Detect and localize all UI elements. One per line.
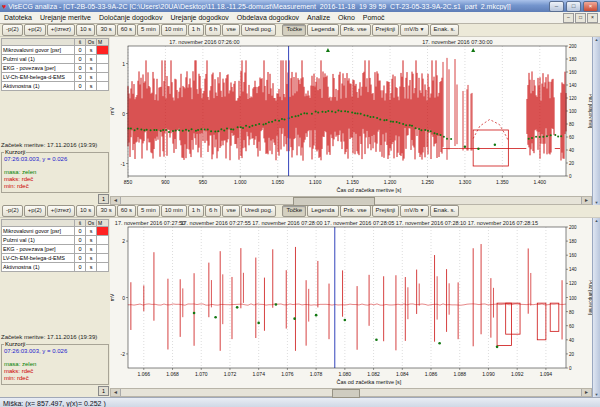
channel-row[interactable]: LV-Ch-EM-belega-d-EMS0s <box>2 73 109 82</box>
scroll-left-icon[interactable]: ◄ <box>111 389 121 396</box>
toolbar-button-enak-s-[interactable]: Enak. s. <box>430 24 460 36</box>
channel-flag-cell[interactable] <box>97 245 109 254</box>
menu-analize[interactable]: Analize <box>303 14 334 21</box>
scroll-up-icon[interactable]: ▲ <box>593 37 600 42</box>
toolbar-button-10-s[interactable]: 10 s <box>76 205 95 217</box>
toolbar-button--p-2-[interactable]: +p(2) <box>24 24 46 36</box>
svg-text:1.082: 1.082 <box>367 371 380 377</box>
v-scrollbar-bottom[interactable]: ▲ ▼ <box>592 218 600 397</box>
scroll-left-icon[interactable]: ◄ <box>111 197 121 204</box>
v-scrollbar-top[interactable]: ▲ ▼ <box>592 37 600 205</box>
scroll-down-icon[interactable]: ▼ <box>593 392 600 397</box>
channel-row[interactable]: EKG - povezava [per]0s <box>2 245 109 254</box>
toolbar-button-enak-s-[interactable]: Enak. s. <box>430 205 460 217</box>
signal-chart-bottom[interactable]: 20-2mV200180160140120100806040200Pulz [u… <box>110 218 592 388</box>
toolbar-button-mv-b[interactable]: mV/b ▼ <box>400 24 428 36</box>
menu-urejanje-meritve[interactable]: Urejanje meritve <box>36 14 95 21</box>
channel-flag-cell[interactable] <box>97 263 109 272</box>
toolbar-button-10-s[interactable]: 10 s <box>76 24 95 36</box>
toolbar-button-mv-b[interactable]: mV/b ▼ <box>400 205 428 217</box>
menu-datoteka[interactable]: Datoteka <box>0 14 36 21</box>
channel-flag-cell[interactable] <box>97 73 109 82</box>
channel-name: LV-Ch-EM-belega-d-EMS <box>2 73 75 82</box>
cursor-legend-entry: masa: zelen <box>4 361 106 368</box>
toolbar-button-1-h[interactable]: 1 h <box>188 24 204 36</box>
scroll-right-icon[interactable]: ► <box>581 197 591 204</box>
channel-flag-cell[interactable] <box>97 55 109 64</box>
toolbar-button-5-min[interactable]: 5 min <box>137 205 160 217</box>
toolbar-button--izrez-[interactable]: +(izrez) <box>47 24 75 36</box>
toolbar-button-1-h[interactable]: 1 h <box>188 205 204 217</box>
toolbar-button-60-s[interactable]: 60 s <box>117 205 136 217</box>
menu-okno[interactable]: Okno <box>334 14 359 21</box>
toolbar-button-uredi-pog-[interactable]: Uredi pog. <box>241 205 277 217</box>
h-scrollbar-top[interactable]: ◄ ► <box>110 196 592 205</box>
toolbar-button-prik-vse[interactable]: Prik. vse <box>340 24 371 36</box>
toolbar-button-vse[interactable]: vse <box>222 205 239 217</box>
toolbar-button--izrez-[interactable]: +(izrez) <box>47 205 75 217</box>
menu-pomoč[interactable]: Pomoč <box>359 14 389 21</box>
toolbar-button-6-h[interactable]: 6 h <box>205 24 221 36</box>
toolbar-button-to-ke[interactable]: Točke <box>282 24 306 36</box>
toolbar-button--p-2-[interactable]: -p(2) <box>2 205 23 217</box>
toolbar-button-legenda[interactable]: Legenda <box>307 24 338 36</box>
toolbar-button--p-2-[interactable]: -p(2) <box>2 24 23 36</box>
channel-flag-cell[interactable] <box>97 64 109 73</box>
mdi-close-button[interactable]: × <box>587 13 598 23</box>
menu-določanje-dogodkov[interactable]: Določanje dogodkov <box>95 14 166 21</box>
channel-flag-cell[interactable] <box>97 236 109 245</box>
toolbar-button-legenda[interactable]: Legenda <box>307 205 338 217</box>
scroll-up-icon[interactable]: ▲ <box>593 218 600 223</box>
channel-row[interactable]: Pulzni val (1)0s <box>2 236 109 245</box>
channel-row[interactable]: Mikrovalovni govor [psr]0s <box>2 46 109 55</box>
cursor-legend-entry: min: rdeč <box>4 183 106 190</box>
menu-urejanje-dogodkov[interactable]: Urejanje dogodkov <box>166 14 232 21</box>
channel-row[interactable]: Aktivnostna (1)0s <box>2 263 109 272</box>
mdi-restore-button[interactable]: □ <box>575 13 586 23</box>
channel-row[interactable]: LV-Ch-EM-belega-d-EMS0s <box>2 254 109 263</box>
channel-row[interactable]: Pulzni val (1)0s <box>2 55 109 64</box>
toolbar-button-60-s[interactable]: 60 s <box>117 24 136 36</box>
scroll-thumb[interactable] <box>293 197 375 206</box>
svg-text:80: 80 <box>569 310 575 315</box>
page-button[interactable]: 1 <box>98 194 109 204</box>
scroll-right-icon[interactable]: ► <box>581 389 591 396</box>
channel-row[interactable]: Aktivnostna (1)0s <box>2 82 109 91</box>
channel-name: Pulzni val (1) <box>2 55 75 64</box>
channel-flag-cell[interactable] <box>97 82 109 91</box>
channel-row[interactable]: EKG - povezava [per]0s <box>2 64 109 73</box>
toolbar-button-10-min[interactable]: 10 min <box>161 24 187 36</box>
close-button[interactable]: × <box>583 1 598 12</box>
channel-flag-cell[interactable] <box>97 46 109 55</box>
menu-obdelava-dogodkov[interactable]: Obdelava dogodkov <box>233 14 303 21</box>
channel-flag-cell[interactable] <box>97 254 109 263</box>
toolbar-button-6-h[interactable]: 6 h <box>205 205 221 217</box>
page-button[interactable]: 1 <box>98 386 109 396</box>
minimize-button[interactable]: – <box>549 1 564 12</box>
channel-value: 0 <box>75 46 86 55</box>
channel-table: šOsMMikrovalovni govor [psr]0sPulzni val… <box>1 219 109 272</box>
toolbar-button-5-min[interactable]: 5 min <box>137 24 160 36</box>
maximize-button[interactable]: □ <box>566 1 581 12</box>
toolbar-button-30-s[interactable]: 30 s <box>96 24 115 36</box>
toolbar-button-uredi-pog-[interactable]: Uredi pog. <box>241 24 277 36</box>
toolbar-button-10-min[interactable]: 10 min <box>161 205 187 217</box>
toolbar-button-vse[interactable]: vse <box>222 24 239 36</box>
svg-text:1.000: 1.000 <box>234 179 247 185</box>
scroll-thumb[interactable] <box>332 389 360 398</box>
scroll-down-icon[interactable]: ▼ <box>593 200 600 205</box>
signal-chart-top[interactable]: 10-1mV200180160140120100806040200Pulz [u… <box>110 37 592 196</box>
toolbar-button-prej-nji[interactable]: Prejšnji <box>372 205 400 217</box>
toolbar-button-to-ke[interactable]: Točke <box>282 205 306 217</box>
channel-name: Pulzni val (1) <box>2 236 75 245</box>
toolbar-button-30-s[interactable]: 30 s <box>96 205 115 217</box>
channel-value: 0 <box>75 254 86 263</box>
mdi-minimize-button[interactable]: – <box>563 13 574 23</box>
chevron-down-icon: ▼ <box>418 207 424 213</box>
channel-flag-cell[interactable] <box>97 227 109 236</box>
toolbar-button-prej-nji[interactable]: Prejšnji <box>372 24 400 36</box>
toolbar-button--p-2-[interactable]: +p(2) <box>24 205 46 217</box>
toolbar-button-prik-vse[interactable]: Prik. vse <box>340 205 371 217</box>
h-scrollbar-bottom[interactable]: ◄ ► <box>110 388 592 397</box>
channel-row[interactable]: Mikrovalovni govor [psr]0s <box>2 227 109 236</box>
